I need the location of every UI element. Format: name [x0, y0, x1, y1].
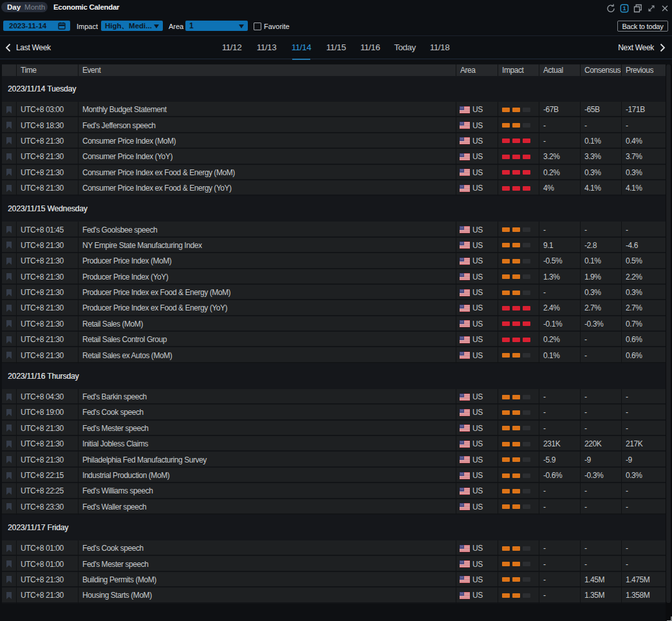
svg-text:1: 1	[622, 5, 626, 12]
